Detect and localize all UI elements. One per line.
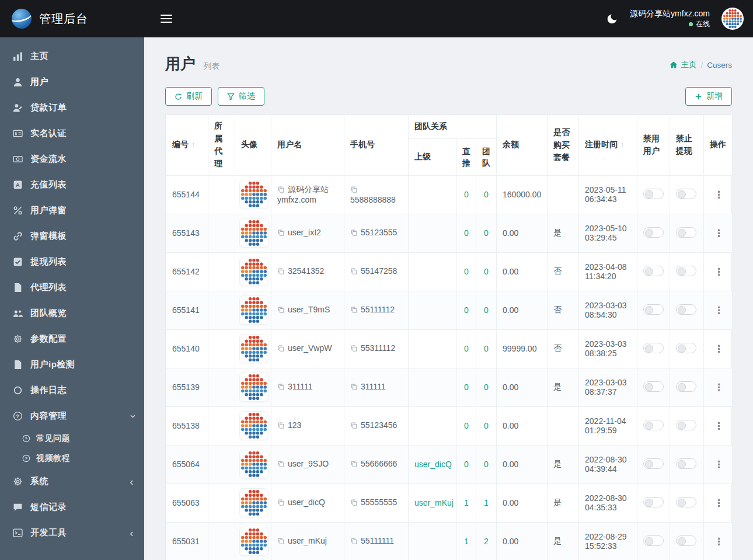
disable-user-toggle[interactable] xyxy=(643,535,664,546)
direct-count[interactable]: 0 xyxy=(464,228,469,238)
sidebar-item-operation-log[interactable]: 操作日志 xyxy=(0,377,144,403)
copy-icon[interactable] xyxy=(277,537,285,547)
row-actions-button[interactable]: ⋮ xyxy=(710,265,728,279)
add-button[interactable]: 新增 xyxy=(685,87,732,106)
direct-count[interactable]: 0 xyxy=(464,267,469,276)
forbid-withdraw-toggle[interactable] xyxy=(676,266,696,276)
copy-icon[interactable] xyxy=(277,229,285,238)
row-actions-button[interactable]: ⋮ xyxy=(710,458,728,471)
copy-icon[interactable] xyxy=(350,306,358,315)
sidebar-item-recharge-list[interactable]: A充值列表 xyxy=(0,172,144,197)
disable-user-toggle[interactable] xyxy=(643,497,664,507)
direct-count[interactable]: 1 xyxy=(464,537,469,546)
team-count[interactable]: 0 xyxy=(484,344,489,353)
direct-count[interactable]: 0 xyxy=(464,190,469,199)
sidebar-item-home[interactable]: 主页 xyxy=(0,43,144,69)
disable-user-toggle[interactable] xyxy=(643,304,664,315)
topbar-user-info[interactable]: 源码分享站ymfxz.com 在线 xyxy=(630,8,710,29)
sidebar-item-param-config[interactable]: 参数配置 xyxy=(0,326,144,352)
copy-icon[interactable] xyxy=(350,383,358,392)
sidebar-item-sms-records[interactable]: 短信记录 xyxy=(0,494,144,520)
copy-icon[interactable] xyxy=(277,499,285,508)
sidebar-item-system[interactable]: 系统‹ xyxy=(0,468,144,494)
direct-count[interactable]: 0 xyxy=(464,382,469,392)
team-count[interactable]: 1 xyxy=(484,498,489,507)
sidebar-item-content-mgmt[interactable]: ?内容管理‹ xyxy=(0,403,144,429)
row-actions-button[interactable]: ⋮ xyxy=(710,381,728,394)
forbid-withdraw-toggle[interactable] xyxy=(676,420,696,430)
col-header-id[interactable]: 编号↑ xyxy=(166,115,208,176)
copy-icon[interactable] xyxy=(350,537,358,547)
direct-count[interactable]: 0 xyxy=(464,460,469,469)
copy-icon[interactable] xyxy=(277,422,285,431)
sidebar-item-team-overview[interactable]: 团队概览 xyxy=(0,300,144,326)
disable-user-toggle[interactable] xyxy=(643,458,664,469)
forbid-withdraw-toggle[interactable] xyxy=(676,458,696,469)
team-count[interactable]: 0 xyxy=(484,228,489,238)
direct-count[interactable]: 0 xyxy=(464,305,469,315)
team-count[interactable]: 0 xyxy=(484,421,489,430)
sidebar-item-user-ip-check[interactable]: 用户ip检测 xyxy=(0,352,144,377)
copy-icon[interactable] xyxy=(277,345,285,354)
disable-user-toggle[interactable] xyxy=(643,189,664,199)
forbid-withdraw-toggle[interactable] xyxy=(676,343,696,353)
disable-user-toggle[interactable] xyxy=(643,266,664,276)
copy-icon[interactable] xyxy=(277,383,285,392)
sidebar-item-withdraw-list[interactable]: 提现列表 xyxy=(0,249,144,274)
direct-count[interactable]: 1 xyxy=(464,498,469,507)
row-actions-button[interactable]: ⋮ xyxy=(710,227,728,240)
sidebar-item-realname-auth[interactable]: 实名认证 xyxy=(0,120,144,146)
forbid-withdraw-toggle[interactable] xyxy=(676,227,696,238)
disable-user-toggle[interactable] xyxy=(643,381,664,392)
dark-mode-moon-icon[interactable] xyxy=(606,13,618,25)
sidebar-item-popup-template[interactable]: 弹窗模板 xyxy=(0,223,144,249)
forbid-withdraw-toggle[interactable] xyxy=(676,189,696,199)
user-avatar[interactable] xyxy=(721,8,744,30)
disable-user-toggle[interactable] xyxy=(643,343,664,353)
col-header-reg-time[interactable]: 注册时间↑ xyxy=(579,115,637,176)
team-count[interactable]: 0 xyxy=(484,190,489,199)
copy-icon[interactable] xyxy=(350,499,358,508)
superior-link[interactable]: user_dicQ xyxy=(414,460,452,469)
copy-icon[interactable] xyxy=(277,306,285,315)
copy-icon[interactable] xyxy=(277,460,285,469)
direct-count[interactable]: 0 xyxy=(464,344,469,353)
refresh-button[interactable]: 刷新 xyxy=(165,87,212,106)
forbid-withdraw-toggle[interactable] xyxy=(676,497,696,507)
team-count[interactable]: 0 xyxy=(484,460,489,469)
row-actions-button[interactable]: ⋮ xyxy=(710,304,728,317)
copy-icon[interactable] xyxy=(350,422,358,431)
filter-button[interactable]: 筛选 xyxy=(218,87,264,106)
hamburger-menu-icon[interactable] xyxy=(157,12,176,25)
direct-count[interactable]: 0 xyxy=(464,421,469,430)
disable-user-toggle[interactable] xyxy=(643,420,664,430)
copy-icon[interactable] xyxy=(350,229,358,238)
breadcrumb-home-link[interactable]: 主页 xyxy=(670,60,696,70)
team-count[interactable]: 0 xyxy=(484,305,489,315)
sidebar-item-agent-list[interactable]: 代理列表 xyxy=(0,274,144,300)
row-actions-button[interactable]: ⋮ xyxy=(710,342,728,356)
sidebar-item-user-popup[interactable]: 用户弹窗 xyxy=(0,197,144,223)
forbid-withdraw-toggle[interactable] xyxy=(676,381,696,392)
copy-icon[interactable] xyxy=(350,267,358,277)
forbid-withdraw-toggle[interactable] xyxy=(676,535,696,546)
team-count[interactable]: 2 xyxy=(484,537,489,546)
sidebar-item-loan-orders[interactable]: 贷款订单 xyxy=(0,95,144,120)
sidebar-item-video-tutorial[interactable]: ?视频教程 xyxy=(0,448,144,468)
sidebar-item-users[interactable]: 用户 xyxy=(0,69,144,95)
team-count[interactable]: 0 xyxy=(484,267,489,276)
disable-user-toggle[interactable] xyxy=(643,227,664,238)
row-actions-button[interactable]: ⋮ xyxy=(710,535,728,548)
copy-icon[interactable] xyxy=(277,267,285,277)
team-count[interactable]: 0 xyxy=(484,382,489,392)
copy-icon[interactable] xyxy=(350,186,358,195)
row-actions-button[interactable]: ⋮ xyxy=(710,419,728,433)
row-actions-button[interactable]: ⋮ xyxy=(710,496,728,510)
copy-icon[interactable] xyxy=(350,460,358,469)
superior-link[interactable]: user_mKuj xyxy=(414,498,454,507)
copy-icon[interactable] xyxy=(277,186,285,195)
forbid-withdraw-toggle[interactable] xyxy=(676,304,696,315)
sidebar-item-dev-tools[interactable]: 开发工具‹ xyxy=(0,520,144,545)
sidebar-item-faq[interactable]: ?常见问题 xyxy=(0,429,144,448)
row-actions-button[interactable]: ⋮ xyxy=(710,188,728,201)
